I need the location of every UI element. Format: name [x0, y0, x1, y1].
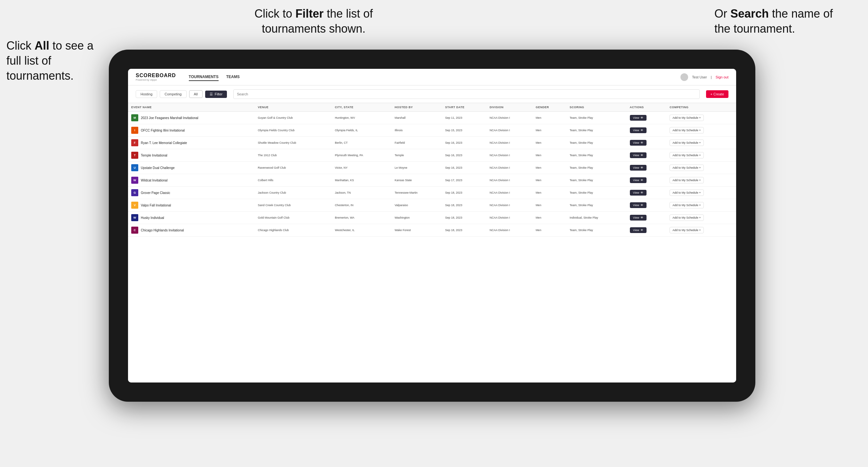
view-eye-icon-4: 👁	[641, 166, 643, 169]
view-button-8[interactable]: View 👁	[630, 215, 647, 221]
search-input[interactable]	[233, 89, 699, 99]
tournaments-table-wrapper[interactable]: EVENT NAME VENUE CITY, STATE HOSTED BY S…	[128, 103, 736, 382]
cell-competing-2: Add to My Schedule +	[666, 137, 736, 149]
cell-date-2: Sep 16, 2023	[442, 137, 487, 149]
cell-date-7: Sep 18, 2023	[442, 199, 487, 212]
create-button[interactable]: + Create	[706, 90, 729, 98]
cell-city-1: Olympia Fields, IL	[332, 124, 392, 137]
team-logo-3: T	[131, 152, 138, 159]
cell-scoring-6: Team, Stroke Play	[566, 187, 627, 199]
cell-date-9: Sep 18, 2023	[442, 224, 487, 237]
cell-hosted-7: Valparaiso	[392, 199, 442, 212]
table-row: V Valpo Fall Invitational Sand Creek Cou…	[128, 199, 736, 212]
cell-event-6: G Grover Page Classic	[128, 187, 255, 199]
toolbar: Hosting Competing All ☰ Filter + Create	[128, 86, 736, 103]
tab-competing[interactable]: Competing	[160, 90, 186, 98]
col-competing: COMPETING	[666, 103, 736, 112]
cell-date-3: Sep 16, 2023	[442, 149, 487, 162]
add-schedule-button-0[interactable]: Add to My Schedule +	[670, 115, 704, 121]
cell-actions-5: View 👁	[627, 174, 667, 187]
view-button-7[interactable]: View 👁	[630, 202, 647, 208]
view-button-4[interactable]: View 👁	[630, 165, 647, 170]
event-name-4: Upstate Dual Challenge	[141, 166, 175, 169]
tab-all[interactable]: All	[189, 90, 203, 98]
col-scoring: SCORING	[566, 103, 627, 112]
team-logo-5: W	[131, 177, 138, 184]
cell-division-6: NCAA Division I	[487, 187, 533, 199]
cell-competing-6: Add to My Schedule +	[666, 187, 736, 199]
cell-event-7: V Valpo Fall Invitational	[128, 199, 255, 212]
table-row: C Chicago Highlands Invitational Chicago…	[128, 224, 736, 237]
tablet-frame: SCOREBOARD Powered by clippd TOURNAMENTS…	[109, 50, 755, 402]
cell-competing-8: Add to My Schedule +	[666, 212, 736, 224]
cell-actions-1: View 👁	[627, 124, 667, 137]
view-button-0[interactable]: View 👁	[630, 115, 647, 121]
cell-competing-1: Add to My Schedule +	[666, 124, 736, 137]
team-logo-0: M	[131, 114, 138, 121]
cell-venue-2: Shuttle Meadow Country Club	[255, 137, 332, 149]
cell-actions-0: View 👁	[627, 112, 667, 124]
cell-division-4: NCAA Division I	[487, 162, 533, 174]
cell-scoring-2: Team, Stroke Play	[566, 137, 627, 149]
table-row: M 2023 Joe Feaganes Marshall Invitationa…	[128, 112, 736, 124]
cell-scoring-4: Team, Stroke Play	[566, 162, 627, 174]
cell-competing-0: Add to My Schedule +	[666, 112, 736, 124]
cell-competing-9: Add to My Schedule +	[666, 224, 736, 237]
signout-link[interactable]: Sign out	[716, 75, 728, 79]
filter-icon: ☰	[210, 92, 213, 96]
nav-teams[interactable]: TEAMS	[226, 73, 240, 81]
cell-date-5: Sep 17, 2023	[442, 174, 487, 187]
add-schedule-button-9[interactable]: Add to My Schedule +	[670, 227, 704, 234]
cell-venue-5: Colbert Hills	[255, 174, 332, 187]
add-schedule-button-3[interactable]: Add to My Schedule +	[670, 152, 704, 158]
view-button-5[interactable]: View 👁	[630, 177, 647, 183]
cell-division-8: NCAA Division I	[487, 212, 533, 224]
cell-scoring-5: Team, Stroke Play	[566, 174, 627, 187]
cell-division-1: NCAA Division I	[487, 124, 533, 137]
nav-tournaments[interactable]: TOURNAMENTS	[189, 73, 219, 81]
table-row: G Grover Page Classic Jackson Country Cl…	[128, 187, 736, 199]
view-button-6[interactable]: View 👁	[630, 190, 647, 195]
table-row: F Ryan T. Lee Memorial Collegiate Shuttl…	[128, 137, 736, 149]
add-schedule-button-2[interactable]: Add to My Schedule +	[670, 139, 704, 146]
cell-scoring-0: Team, Stroke Play	[566, 112, 627, 124]
cell-gender-2: Men	[533, 137, 566, 149]
view-eye-icon-5: 👁	[641, 179, 643, 182]
filter-button[interactable]: ☰ Filter	[205, 91, 227, 98]
tab-hosting[interactable]: Hosting	[136, 90, 157, 98]
view-button-3[interactable]: View 👁	[630, 152, 647, 158]
cell-venue-9: Chicago Highlands Club	[255, 224, 332, 237]
cell-actions-8: View 👁	[627, 212, 667, 224]
view-button-2[interactable]: View 👁	[630, 140, 647, 146]
cell-actions-6: View 👁	[627, 187, 667, 199]
view-button-9[interactable]: View 👁	[630, 227, 647, 233]
event-name-5: Wildcat Invitational	[141, 179, 167, 182]
add-schedule-button-8[interactable]: Add to My Schedule +	[670, 214, 704, 221]
annotation-filter: Click to Filter the list oftournaments s…	[218, 6, 410, 36]
table-row: T Temple Invitational The 1912 Club Plym…	[128, 149, 736, 162]
logo-area: SCOREBOARD Powered by clippd	[136, 73, 176, 81]
add-schedule-button-4[interactable]: Add to My Schedule +	[670, 164, 704, 171]
cell-competing-7: Add to My Schedule +	[666, 199, 736, 212]
add-schedule-button-5[interactable]: Add to My Schedule +	[670, 177, 704, 183]
view-button-1[interactable]: View 👁	[630, 127, 647, 133]
cell-venue-0: Guyan Golf & Country Club	[255, 112, 332, 124]
add-schedule-button-1[interactable]: Add to My Schedule +	[670, 127, 704, 133]
username: Test User	[692, 75, 707, 79]
team-logo-4: U	[131, 164, 138, 171]
col-actions: ACTIONS	[627, 103, 667, 112]
event-name-2: Ryan T. Lee Memorial Collegiate	[141, 141, 187, 145]
cell-hosted-6: Tennessee-Martin	[392, 187, 442, 199]
avatar	[680, 73, 688, 81]
cell-date-4: Sep 16, 2023	[442, 162, 487, 174]
add-schedule-button-6[interactable]: Add to My Schedule +	[670, 189, 704, 196]
cell-city-8: Bremerton, WA	[332, 212, 392, 224]
cell-date-6: Sep 18, 2023	[442, 187, 487, 199]
filter-label: Filter	[215, 92, 222, 96]
cell-event-8: W Husky Individual	[128, 212, 255, 224]
cell-actions-4: View 👁	[627, 162, 667, 174]
cell-hosted-5: Kansas State	[392, 174, 442, 187]
cell-event-3: T Temple Invitational	[128, 149, 255, 162]
add-schedule-button-7[interactable]: Add to My Schedule +	[670, 202, 704, 208]
col-division: DIVISION	[487, 103, 533, 112]
